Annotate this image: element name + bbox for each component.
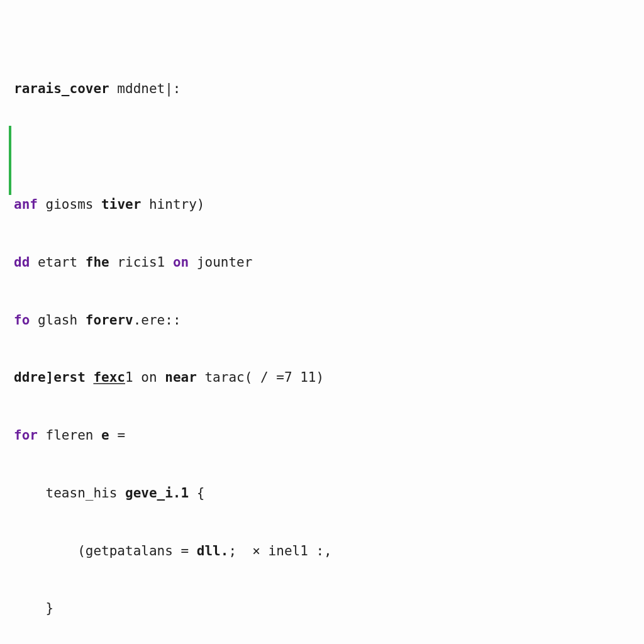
code-line: } bbox=[14, 599, 644, 618]
code-line: ddre]erst fexc1 on near tarac( / =7 11) bbox=[14, 368, 644, 387]
code-line: anf giosms tiver hintry) bbox=[14, 195, 644, 214]
code-line: rarais_cover mddnet|: bbox=[14, 79, 644, 99]
code-line: dd etart fhe ricis1 on jounter bbox=[14, 253, 644, 272]
code-line: (getpatalans = dll.; × inel1 :, bbox=[14, 541, 644, 561]
code-editor[interactable]: rarais_cover mddnet|: anf giosms tiver h… bbox=[0, 0, 644, 644]
change-indicator-bar bbox=[9, 126, 11, 195]
code-line: for fleren e = bbox=[14, 426, 644, 445]
code-line: fo glash forerv.ere:: bbox=[14, 311, 644, 330]
blank-line bbox=[14, 137, 644, 157]
code-line: teasn_his geve_i.1 { bbox=[14, 484, 644, 503]
